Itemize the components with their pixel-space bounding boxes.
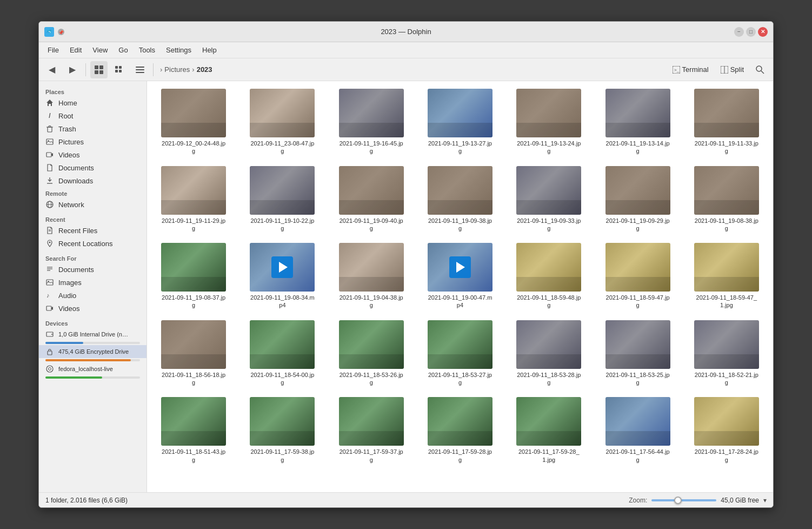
- file-item[interactable]: 2021-09-11_19-09-29.jpg: [595, 163, 680, 236]
- zoom-slider[interactable]: [651, 499, 716, 501]
- file-item[interactable]: 2021-09-11_18-56-18.jpg: [151, 317, 236, 390]
- sidebar-item-recent-files[interactable]: Recent Files: [39, 224, 147, 237]
- file-name: 2021-09-12_00-24-48.jpg: [161, 140, 226, 155]
- file-name: 2021-09-11_18-53-27.jpg: [428, 371, 492, 387]
- file-item[interactable]: 2021-09-11_17-59-38.jpg: [240, 394, 324, 467]
- svg-point-43: [51, 334, 52, 335]
- view-details-button[interactable]: [131, 61, 149, 78]
- file-item[interactable]: 2021-09-11_18-59-48.jpg: [507, 240, 591, 313]
- encrypted-drive-fill: [45, 359, 131, 361]
- sidebar-item-documents[interactable]: Documents: [39, 161, 147, 174]
- video-overlay: [449, 256, 471, 278]
- sidebar-item-home[interactable]: Home: [39, 96, 147, 109]
- svg-rect-21: [48, 127, 52, 132]
- sidebar-item-network[interactable]: Network: [39, 198, 147, 211]
- minimize-button[interactable]: −: [734, 27, 744, 37]
- free-space-chevron[interactable]: ▾: [763, 497, 767, 504]
- file-name: 2021-09-11_19-13-14.jpg: [605, 140, 670, 155]
- menu-tools[interactable]: Tools: [135, 45, 159, 55]
- svg-rect-10: [119, 66, 122, 69]
- file-item[interactable]: 2021-09-11_17-59-28.jpg: [418, 394, 502, 467]
- close-button[interactable]: ✕: [758, 27, 768, 37]
- file-item[interactable]: 2021-09-11_19-09-40.jpg: [329, 163, 414, 236]
- menu-edit[interactable]: Edit: [65, 45, 86, 55]
- view-icons-button[interactable]: [90, 61, 108, 78]
- internal-drive-label: 1,0 GiB Internal Drive (nvme0n...: [58, 331, 129, 338]
- search-audio-icon: ♪: [45, 291, 54, 300]
- breadcrumb-current: 2023: [197, 65, 212, 74]
- forward-button[interactable]: ▶: [64, 61, 81, 78]
- file-item[interactable]: 2021-09-11_17-56-44.jpg: [595, 394, 680, 467]
- file-item[interactable]: 2021-09-11_19-11-33.jpg: [684, 85, 769, 158]
- file-item[interactable]: 2021-09-11_19-00-47.mp4: [418, 240, 502, 313]
- file-item[interactable]: 2021-09-11_19-13-14.jpg: [595, 85, 680, 158]
- menu-help[interactable]: Help: [198, 45, 221, 55]
- app-icon: 🐬: [44, 27, 54, 37]
- breadcrumb-parent[interactable]: Pictures: [164, 65, 190, 74]
- sidebar-item-internal-drive[interactable]: 1,0 GiB Internal Drive (nvme0n...: [39, 328, 147, 341]
- view-compact-button[interactable]: [111, 61, 128, 78]
- sidebar-item-search-videos[interactable]: Videos: [39, 302, 147, 315]
- file-item[interactable]: 2021-09-11_19-13-27.jpg: [418, 85, 502, 158]
- file-item[interactable]: 2021-09-11_17-59-28_1.jpg: [507, 394, 591, 467]
- file-item[interactable]: 2021-09-11_19-08-34.mp4: [240, 240, 324, 313]
- file-name: 2021-09-11_19-16-45.jpg: [339, 140, 404, 155]
- sidebar-item-search-images-label: Images: [58, 279, 82, 287]
- file-item[interactable]: 2021-09-11_19-09-33.jpg: [507, 163, 591, 236]
- back-button[interactable]: ◀: [43, 61, 61, 78]
- file-item[interactable]: 2021-09-11_19-04-38.jpg: [329, 240, 414, 313]
- file-item[interactable]: 2021-09-11_18-59-47.jpg: [595, 240, 680, 313]
- file-item[interactable]: 2021-09-11_19-08-37.jpg: [151, 240, 236, 313]
- file-grid-container[interactable]: 2021-09-12_00-24-48.jpg2021-09-11_23-08-…: [147, 81, 773, 492]
- menu-file[interactable]: File: [43, 45, 63, 55]
- file-item[interactable]: 2021-09-11_18-53-28.jpg: [507, 317, 591, 390]
- sidebar-item-recent-locations[interactable]: Recent Locations: [39, 237, 147, 250]
- sidebar-item-downloads[interactable]: Downloads: [39, 174, 147, 187]
- file-name: 2021-09-11_18-51-43.jpg: [161, 448, 226, 464]
- sidebar-item-encrypted-drive[interactable]: 475,4 GiB Encrypted Drive: [39, 345, 147, 358]
- file-item[interactable]: 2021-09-11_19-13-24.jpg: [507, 85, 591, 158]
- file-item[interactable]: 2021-09-12_00-24-48.jpg: [151, 85, 236, 158]
- file-item[interactable]: 2021-09-11_23-08-47.jpg: [240, 85, 324, 158]
- file-item[interactable]: 2021-09-11_18-59-47_1.jpg: [684, 240, 769, 313]
- file-item[interactable]: 2021-09-11_19-16-45.jpg: [329, 85, 414, 158]
- sidebar-item-root[interactable]: / Root: [39, 109, 147, 122]
- sidebar-item-search-audio[interactable]: ♪ Audio: [39, 289, 147, 302]
- file-item[interactable]: 2021-09-11_17-59-37.jpg: [329, 394, 414, 467]
- file-item[interactable]: 2021-09-11_18-53-26.jpg: [329, 317, 414, 390]
- menu-go[interactable]: Go: [114, 45, 132, 55]
- menu-view[interactable]: View: [88, 45, 112, 55]
- fedora-drive-progress: [45, 376, 140, 379]
- file-item[interactable]: 2021-09-11_19-10-22.jpg: [240, 163, 324, 236]
- pin-icon[interactable]: 📌: [57, 28, 65, 36]
- sidebar-item-videos[interactable]: Videos: [39, 148, 147, 161]
- file-name: 2021-09-11_19-10-22.jpg: [250, 217, 315, 233]
- file-item[interactable]: 2021-09-11_19-11-29.jpg: [151, 163, 236, 236]
- maximize-button[interactable]: □: [746, 27, 756, 37]
- file-item[interactable]: 2021-09-11_18-51-43.jpg: [151, 394, 236, 467]
- file-name: 2021-09-11_18-52-21.jpg: [694, 371, 759, 387]
- search-videos-icon: [45, 304, 54, 313]
- internal-drive-fill: [45, 342, 83, 344]
- sidebar-item-search-documents[interactable]: Documents: [39, 263, 147, 276]
- view-icons-icon: [94, 65, 104, 75]
- file-item[interactable]: 2021-09-11_19-09-38.jpg: [418, 163, 502, 236]
- places-header: Places: [39, 85, 147, 96]
- split-button[interactable]: Split: [716, 63, 748, 76]
- sidebar-item-fedora-live[interactable]: fedora_localhost-live: [39, 362, 147, 375]
- menu-settings[interactable]: Settings: [162, 45, 196, 55]
- file-item[interactable]: 2021-09-11_18-52-21.jpg: [684, 317, 769, 390]
- file-item[interactable]: 2021-09-11_18-54-00.jpg: [240, 317, 324, 390]
- sidebar-item-pictures[interactable]: Pictures: [39, 135, 147, 148]
- file-item[interactable]: 2021-09-11_18-53-27.jpg: [418, 317, 502, 390]
- video-overlay: [271, 256, 293, 278]
- file-item[interactable]: 2021-09-11_17-28-24.jpg: [684, 394, 769, 467]
- search-button[interactable]: [751, 61, 769, 78]
- terminal-button[interactable]: >_ Terminal: [668, 63, 713, 76]
- file-item[interactable]: 2021-09-11_19-08-38.jpg: [684, 163, 769, 236]
- file-name: 2021-09-11_17-59-37.jpg: [339, 448, 404, 464]
- file-item[interactable]: 2021-09-11_18-53-25.jpg: [595, 317, 680, 390]
- sidebar-item-search-images[interactable]: Images: [39, 276, 147, 289]
- downloads-icon: [45, 176, 54, 185]
- sidebar-item-trash[interactable]: Trash: [39, 122, 147, 135]
